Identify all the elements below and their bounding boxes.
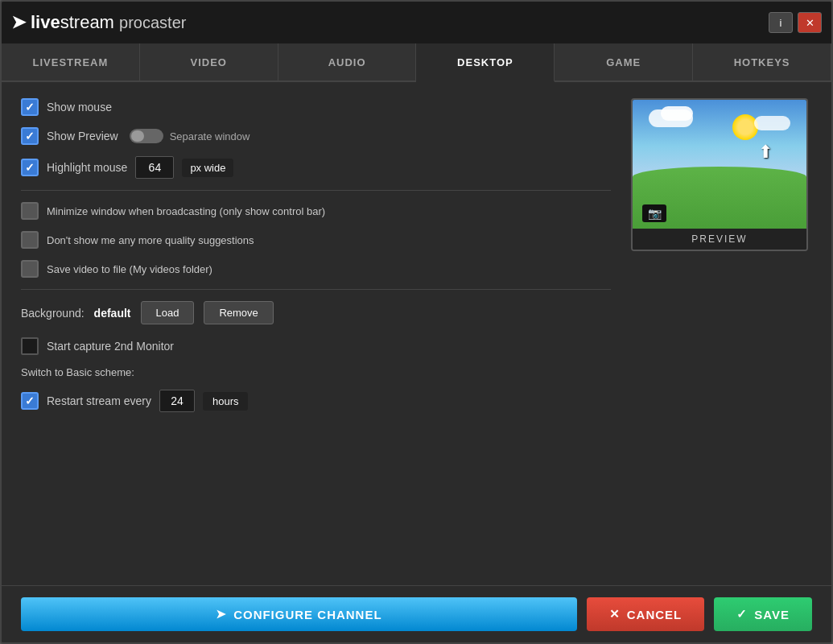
configure-channel-button[interactable]: ➤ CONFIGURE CHANNEL xyxy=(21,597,577,631)
preview-cloud-2 xyxy=(661,106,693,121)
monitor-checkbox[interactable] xyxy=(21,337,39,355)
footer-left: ➤ CONFIGURE CHANNEL xyxy=(21,597,577,631)
content-area: Show mouse Show Preview Separate window … xyxy=(2,82,831,585)
content-row: Show mouse Show Preview Separate window … xyxy=(21,98,812,569)
app-window: ➤ livestream procaster i ✕ LIVESTREAM VI… xyxy=(0,0,833,644)
separate-window-toggle-group: Separate window xyxy=(130,129,250,143)
no-quality-row: Don't show me any more quality suggestio… xyxy=(21,231,611,249)
highlight-mouse-label: Highlight mouse xyxy=(47,161,127,174)
app-logo: ➤ livestream procaster xyxy=(11,12,186,33)
restart-stream-row: Restart stream every hours xyxy=(21,390,611,412)
logo-icon: ➤ xyxy=(11,12,26,33)
save-video-label: Save video to file (My videos folder) xyxy=(47,263,212,275)
restart-stream-checkbox[interactable] xyxy=(21,392,39,410)
preview-column: ⬆︎ 📷 PREVIEW xyxy=(627,98,812,569)
no-quality-checkbox[interactable] xyxy=(21,231,39,249)
save-video-row: Save video to file (My videos folder) xyxy=(21,260,611,278)
cancel-label: CANCEL xyxy=(627,608,682,621)
minimize-window-label: Minimize window when broadcasting (only … xyxy=(47,205,325,217)
info-button[interactable]: i xyxy=(769,12,793,33)
no-quality-label: Don't show me any more quality suggestio… xyxy=(47,234,254,246)
highlight-mouse-checkbox[interactable] xyxy=(21,159,39,176)
tab-audio[interactable]: AUDIO xyxy=(278,43,417,80)
show-mouse-label: Show mouse xyxy=(47,101,112,114)
show-mouse-row: Show mouse xyxy=(21,98,611,116)
window-controls: i ✕ xyxy=(769,12,822,33)
hours-unit-label: hours xyxy=(203,392,249,411)
footer-right: ✕ CANCEL ✓ SAVE xyxy=(587,597,812,631)
tab-hotkeys[interactable]: HOTKEYS xyxy=(693,43,831,80)
cancel-button[interactable]: ✕ CANCEL xyxy=(587,597,705,631)
restart-stream-label: Restart stream every xyxy=(47,394,151,407)
close-button[interactable]: ✕ xyxy=(798,12,822,33)
background-row: Background: default Load Remove xyxy=(21,301,611,324)
separate-window-label: Separate window xyxy=(170,130,250,142)
background-label: Background: xyxy=(21,307,85,320)
preview-cam-icon: 📷 xyxy=(642,204,666,222)
minimize-window-row: Minimize window when broadcasting (only … xyxy=(21,202,611,220)
app-title: livestream procaster xyxy=(31,12,186,33)
tab-livestream[interactable]: LIVESTREAM xyxy=(2,43,140,80)
configure-icon: ➤ xyxy=(216,607,227,621)
tab-desktop[interactable]: DESKTOP xyxy=(416,43,555,82)
separate-window-toggle[interactable] xyxy=(130,129,163,143)
px-value-input[interactable] xyxy=(135,156,174,179)
tab-video[interactable]: VIDEO xyxy=(140,43,278,80)
show-preview-label: Show Preview xyxy=(47,130,118,142)
preview-label: PREVIEW xyxy=(633,229,806,250)
preview-box: ⬆︎ 📷 PREVIEW xyxy=(631,98,808,251)
save-video-checkbox[interactable] xyxy=(21,260,39,278)
monitor-row: Start capture 2nd Monitor xyxy=(21,337,611,355)
show-preview-row: Show Preview Separate window xyxy=(21,127,611,145)
configure-label: CONFIGURE CHANNEL xyxy=(233,608,382,621)
highlight-mouse-row: Highlight mouse px wide xyxy=(21,156,611,179)
monitor-label: Start capture 2nd Monitor xyxy=(47,340,174,353)
tab-game[interactable]: GAME xyxy=(555,43,693,80)
save-label: SAVE xyxy=(754,608,790,621)
cancel-icon: ✕ xyxy=(609,607,621,621)
preview-cursor-icon: ⬆︎ xyxy=(758,142,773,163)
preview-image: ⬆︎ 📷 xyxy=(633,100,806,229)
remove-button[interactable]: Remove xyxy=(204,301,273,324)
minimize-window-checkbox[interactable] xyxy=(21,202,39,220)
px-unit-label: px wide xyxy=(182,159,233,177)
save-button[interactable]: ✓ SAVE xyxy=(714,597,812,631)
titlebar: ➤ livestream procaster i ✕ xyxy=(2,2,831,43)
settings-column: Show mouse Show Preview Separate window … xyxy=(21,98,611,569)
divider-2 xyxy=(21,289,611,290)
nav-tabs: LIVESTREAM VIDEO AUDIO DESKTOP GAME HOTK… xyxy=(2,43,831,82)
show-mouse-checkbox[interactable] xyxy=(21,98,39,116)
background-value: default xyxy=(94,307,131,320)
hours-input[interactable] xyxy=(159,390,195,412)
preview-sun xyxy=(732,114,758,140)
divider-1 xyxy=(21,190,611,191)
save-icon: ✓ xyxy=(736,607,748,621)
load-button[interactable]: Load xyxy=(141,301,195,324)
basic-scheme-label: Switch to Basic scheme: xyxy=(21,366,611,378)
show-preview-checkbox[interactable] xyxy=(21,127,39,145)
preview-cloud-3 xyxy=(754,116,790,130)
footer: ➤ CONFIGURE CHANNEL ✕ CANCEL ✓ SAVE xyxy=(2,585,831,642)
